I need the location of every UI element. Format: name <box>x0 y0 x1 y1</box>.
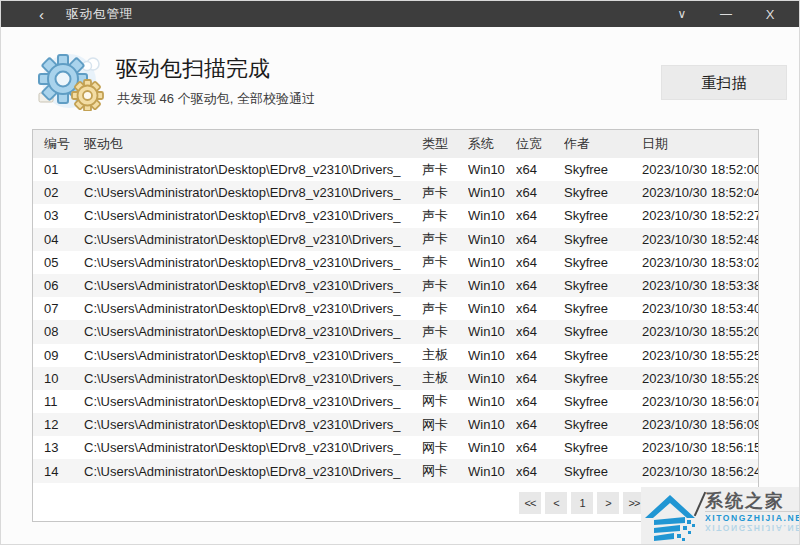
cell-os: Win10 <box>468 301 516 316</box>
cell-author: Skyfree <box>564 324 642 339</box>
cell-no: 13 <box>33 440 84 455</box>
cell-path: C:\Users\Administrator\Desktop\EDrv8_v23… <box>84 301 422 316</box>
table-row[interactable]: 04C:\Users\Administrator\Desktop\EDrv8_v… <box>33 228 758 251</box>
cell-os: Win10 <box>468 348 516 363</box>
cell-author: Skyfree <box>564 301 642 316</box>
cell-type: 主板 <box>422 346 468 364</box>
table-row[interactable]: 02C:\Users\Administrator\Desktop\EDrv8_v… <box>33 181 758 204</box>
cell-type: 声卡 <box>422 184 468 202</box>
cell-date: 2023/10/30 18:52:00 <box>642 162 758 177</box>
column-header-date: 日期 <box>642 135 758 153</box>
cell-arch: x64 <box>516 185 564 200</box>
cell-path: C:\Users\Administrator\Desktop\EDrv8_v23… <box>84 394 422 409</box>
table-row[interactable]: 11C:\Users\Administrator\Desktop\EDrv8_v… <box>33 390 758 413</box>
cell-type: 网卡 <box>422 392 468 410</box>
cell-author: Skyfree <box>564 278 642 293</box>
back-icon[interactable]: ‹ <box>39 7 44 22</box>
cell-no: 04 <box>33 232 84 247</box>
table-row[interactable]: 09C:\Users\Administrator\Desktop\EDrv8_v… <box>33 344 758 367</box>
table-row[interactable]: 13C:\Users\Administrator\Desktop\EDrv8_v… <box>33 436 758 459</box>
cell-path: C:\Users\Administrator\Desktop\EDrv8_v23… <box>84 185 422 200</box>
cell-no: 10 <box>33 371 84 386</box>
cell-arch: x64 <box>516 417 564 432</box>
table-row[interactable]: 01C:\Users\Administrator\Desktop\EDrv8_v… <box>33 158 758 181</box>
cell-os: Win10 <box>468 278 516 293</box>
cell-arch: x64 <box>516 162 564 177</box>
cell-path: C:\Users\Administrator\Desktop\EDrv8_v23… <box>84 417 422 432</box>
cell-author: Skyfree <box>564 348 642 363</box>
cell-type: 声卡 <box>422 161 468 179</box>
cell-os: Win10 <box>468 185 516 200</box>
cell-path: C:\Users\Administrator\Desktop\EDrv8_v23… <box>84 324 422 339</box>
cell-date: 2023/10/30 18:56:07 <box>642 394 758 409</box>
cell-os: Win10 <box>468 208 516 223</box>
column-header-arch: 位宽 <box>516 135 564 153</box>
cell-date: 2023/10/30 18:56:24 <box>642 464 758 479</box>
cell-date: 2023/10/30 18:52:48 <box>642 232 758 247</box>
minimize-icon[interactable]: — <box>711 1 741 27</box>
gears-icon <box>31 51 109 111</box>
cell-path: C:\Users\Administrator\Desktop\EDrv8_v23… <box>84 162 422 177</box>
page-title: 驱动包扫描完成 <box>116 54 270 84</box>
cell-arch: x64 <box>516 255 564 270</box>
column-header-type: 类型 <box>422 135 468 153</box>
cell-path: C:\Users\Administrator\Desktop\EDrv8_v23… <box>84 348 422 363</box>
cell-type: 网卡 <box>422 416 468 434</box>
cell-type: 网卡 <box>422 439 468 457</box>
table-row[interactable]: 14C:\Users\Administrator\Desktop\EDrv8_v… <box>33 459 758 482</box>
cell-date: 2023/10/30 18:52:04 <box>642 185 758 200</box>
table-row[interactable]: 06C:\Users\Administrator\Desktop\EDrv8_v… <box>33 274 758 297</box>
cell-author: Skyfree <box>564 185 642 200</box>
cell-os: Win10 <box>468 440 516 455</box>
cell-type: 声卡 <box>422 230 468 248</box>
cell-os: Win10 <box>468 394 516 409</box>
rescan-button[interactable]: 重扫描 <box>661 65 787 100</box>
cell-date: 2023/10/30 18:52:27 <box>642 208 758 223</box>
cell-date: 2023/10/30 18:53:38 <box>642 278 758 293</box>
pagination-page-button[interactable]: 1 <box>571 492 593 514</box>
cell-os: Win10 <box>468 417 516 432</box>
cell-os: Win10 <box>468 464 516 479</box>
cell-path: C:\Users\Administrator\Desktop\EDrv8_v23… <box>84 255 422 270</box>
cell-os: Win10 <box>468 255 516 270</box>
cell-no: 06 <box>33 278 84 293</box>
cell-arch: x64 <box>516 464 564 479</box>
cell-no: 08 <box>33 324 84 339</box>
cell-type: 网卡 <box>422 462 468 480</box>
cell-arch: x64 <box>516 301 564 316</box>
cell-arch: x64 <box>516 440 564 455</box>
dropdown-icon[interactable]: ∨ <box>667 1 697 27</box>
scan-result-header: 驱动包扫描完成 共发现 46 个驱动包, 全部校验通过 重扫描 <box>1 27 799 127</box>
table-row[interactable]: 10C:\Users\Administrator\Desktop\EDrv8_v… <box>33 367 758 390</box>
cell-author: Skyfree <box>564 162 642 177</box>
cell-date: 2023/10/30 18:55:25 <box>642 348 758 363</box>
cell-arch: x64 <box>516 394 564 409</box>
cell-no: 09 <box>33 348 84 363</box>
table-row[interactable]: 05C:\Users\Administrator\Desktop\EDrv8_v… <box>33 251 758 274</box>
pagination-next-button[interactable]: > <box>597 492 619 514</box>
driver-table: 编号 驱动包 类型 系统 位宽 作者 日期 01C:\Users\Adminis… <box>32 129 759 522</box>
cell-arch: x64 <box>516 324 564 339</box>
column-header-os: 系统 <box>468 135 516 153</box>
cell-no: 05 <box>33 255 84 270</box>
cell-arch: x64 <box>516 371 564 386</box>
cell-type: 声卡 <box>422 300 468 318</box>
cell-date: 2023/10/30 18:53:02 <box>642 255 758 270</box>
table-row[interactable]: 08C:\Users\Administrator\Desktop\EDrv8_v… <box>33 320 758 343</box>
pagination-prev-button[interactable]: < <box>545 492 567 514</box>
cell-path: C:\Users\Administrator\Desktop\EDrv8_v23… <box>84 464 422 479</box>
watermark: 系统之家 XITONGZHIJIA.NET XITONGZHIJIA.NET <box>641 487 799 544</box>
cell-date: 2023/10/30 18:55:29 <box>642 371 758 386</box>
table-row[interactable]: 12C:\Users\Administrator\Desktop\EDrv8_v… <box>33 413 758 436</box>
table-row[interactable]: 07C:\Users\Administrator\Desktop\EDrv8_v… <box>33 297 758 320</box>
pagination-first-button[interactable]: << <box>519 492 541 514</box>
table-body: 01C:\Users\Administrator\Desktop\EDrv8_v… <box>33 158 758 483</box>
cell-author: Skyfree <box>564 208 642 223</box>
cell-author: Skyfree <box>564 255 642 270</box>
cell-no: 11 <box>33 394 84 409</box>
close-icon[interactable]: X <box>755 1 785 27</box>
table-row[interactable]: 03C:\Users\Administrator\Desktop\EDrv8_v… <box>33 204 758 227</box>
cell-os: Win10 <box>468 162 516 177</box>
window-title: 驱动包管理 <box>66 6 134 23</box>
watermark-site-url: XITONGZHIJIA.NET <box>705 511 799 523</box>
